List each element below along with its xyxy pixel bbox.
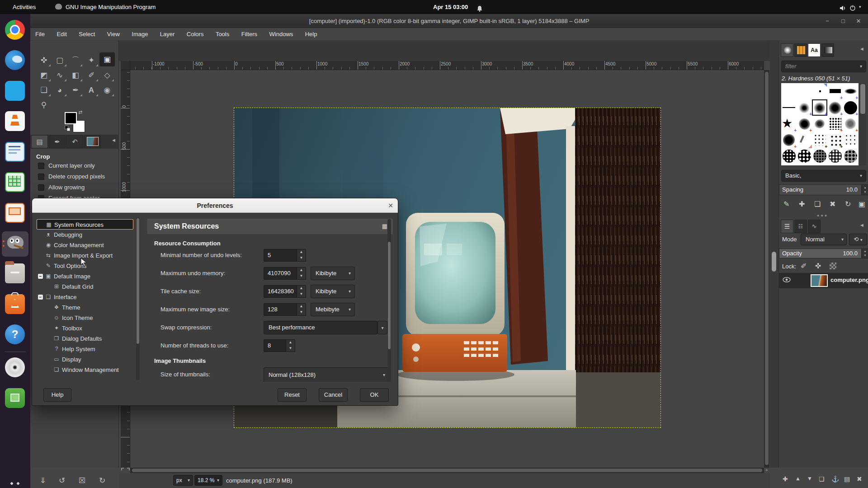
lock-pixels-icon[interactable]: ✐ bbox=[801, 262, 807, 270]
horizontal-ruler[interactable]: -1000 -500 0 500 1000 1500 2000 2500 300… bbox=[130, 61, 764, 70]
brush-thumb[interactable]: + bbox=[827, 99, 843, 116]
show-applications-button[interactable] bbox=[8, 479, 23, 488]
refresh-brushes-icon[interactable]: ↻ bbox=[845, 200, 851, 208]
spacing-spinner[interactable]: ▴ ▾ bbox=[862, 184, 868, 195]
brush-thumb[interactable] bbox=[781, 148, 797, 164]
dock-item-disc[interactable] bbox=[4, 357, 26, 379]
reset-tool-icon[interactable]: ↻ bbox=[99, 476, 105, 485]
merge-layer-icon[interactable]: ▤ bbox=[844, 475, 850, 483]
anchor-layer-icon[interactable]: ⚓ bbox=[831, 475, 839, 483]
menu-filters[interactable]: Filters bbox=[236, 28, 262, 40]
delete-brush-icon[interactable]: ✖ bbox=[830, 200, 835, 208]
dock-item-help[interactable]: ? bbox=[4, 324, 26, 346]
swap-compression-chevron-button[interactable]: ▾ bbox=[377, 321, 387, 334]
brush-thumb[interactable] bbox=[797, 132, 812, 148]
swap-compression-select[interactable]: Best performance bbox=[264, 321, 377, 334]
sidebar-item-icon-theme[interactable]: ☺Icon Theme bbox=[37, 313, 133, 323]
unit-select[interactable]: px ▾ bbox=[173, 475, 193, 486]
menu-help[interactable]: Help bbox=[300, 28, 322, 40]
layer-visible-eye-icon[interactable] bbox=[783, 277, 791, 285]
opacity-slider[interactable]: Opacity 100.0 bbox=[779, 249, 862, 258]
tabstrip-menu-icon[interactable]: ◄ bbox=[111, 137, 116, 143]
open-brush-icon[interactable]: ▣ bbox=[859, 200, 865, 208]
mode-group-switch-button[interactable]: ⟲ ▾ bbox=[849, 234, 867, 245]
lock-position-icon[interactable]: ✜ bbox=[815, 262, 821, 270]
opacity-spinner[interactable]: ▴ ▾ bbox=[862, 249, 868, 258]
brush-thumb[interactable] bbox=[827, 148, 843, 164]
volume-icon[interactable] bbox=[839, 0, 846, 14]
dock-item-libreoffice-impress[interactable] bbox=[4, 202, 26, 224]
tab-device-status[interactable]: ✒ bbox=[49, 135, 66, 148]
maximize-button[interactable]: □ bbox=[836, 14, 850, 28]
undo-memory-unit-select[interactable]: Kibibyte▾ bbox=[311, 267, 355, 280]
tool-fuzzy-select[interactable]: ✦ bbox=[84, 53, 99, 67]
undo-levels-input[interactable]: 5 bbox=[264, 249, 297, 262]
undo-levels-spin-buttons[interactable]: ▲▼ bbox=[297, 249, 306, 262]
brush-tag-select[interactable]: Basic, ▾ bbox=[781, 170, 866, 182]
brush-thumb[interactable]: + bbox=[827, 83, 843, 99]
tile-cache-input[interactable]: 16428360 bbox=[264, 285, 297, 298]
tab-paths[interactable]: ∿ bbox=[808, 220, 821, 233]
dialog-title-bar[interactable]: Preferences ✕ bbox=[32, 198, 398, 213]
tool-text[interactable]: A bbox=[84, 83, 99, 97]
menu-file[interactable]: File bbox=[30, 28, 50, 40]
menu-view[interactable]: View bbox=[102, 28, 125, 40]
checkbox-current-layer-only[interactable] bbox=[38, 163, 44, 169]
brush-thumb[interactable]: + bbox=[797, 116, 812, 132]
tool-move[interactable]: ✜ bbox=[36, 53, 52, 67]
brush-thumb[interactable] bbox=[812, 148, 827, 164]
power-icon[interactable] bbox=[849, 0, 856, 14]
tool-clone[interactable]: ❏ bbox=[36, 83, 52, 97]
layers-dock-menu-icon[interactable]: ◄ bbox=[859, 222, 864, 228]
max-image-size-input[interactable]: 128 bbox=[264, 303, 297, 316]
brush-thumb[interactable]: + bbox=[843, 83, 858, 99]
tab-undo-history[interactable]: ↶ bbox=[66, 135, 83, 148]
brush-dock-menu-icon[interactable]: ◄ bbox=[859, 46, 864, 52]
content-scrollbar[interactable] bbox=[387, 219, 391, 382]
duplicate-layer-icon[interactable]: ❏ bbox=[819, 475, 825, 483]
expander-icon[interactable]: − bbox=[38, 274, 43, 279]
tool-shear[interactable]: ◩ bbox=[36, 68, 52, 82]
dock-item-chrome[interactable] bbox=[4, 19, 26, 41]
sidebar-item-dialog-defaults[interactable]: ❒Dialog Defaults bbox=[37, 333, 133, 344]
tool-bucket-fill[interactable]: ◧ bbox=[68, 68, 83, 82]
sidebar-item-interface[interactable]: − ❑Interface bbox=[37, 292, 133, 302]
tab-image-thumbnail[interactable] bbox=[84, 135, 101, 148]
tool-paintbrush[interactable]: ✐ bbox=[84, 68, 99, 82]
brush-thumb[interactable]: + bbox=[781, 132, 797, 148]
tab-layers[interactable]: ☰ bbox=[781, 220, 793, 233]
new-layer-icon[interactable]: ✚ bbox=[783, 475, 788, 483]
sidebar-item-window-management[interactable]: ❏Window Management bbox=[37, 365, 133, 375]
edit-brush-icon[interactable]: ✎ bbox=[783, 200, 789, 208]
brush-thumb[interactable] bbox=[843, 132, 858, 148]
tool-crop-active[interactable]: ▣ bbox=[99, 52, 115, 66]
dock-item-thunderbird[interactable] bbox=[4, 49, 26, 71]
max-image-size-unit-select[interactable]: Mebibyte▾ bbox=[311, 303, 355, 316]
brush-grid[interactable]: + + + + + + ★+ + + + + + + bbox=[781, 83, 859, 165]
new-brush-icon[interactable]: ✚ bbox=[799, 200, 805, 208]
help-button[interactable]: Help bbox=[43, 388, 71, 402]
section-header-icon[interactable]: ▦ bbox=[382, 219, 387, 234]
sidebar-item-system-resources[interactable]: ▦System Resources bbox=[37, 219, 133, 230]
brush-thumb[interactable] bbox=[797, 83, 812, 99]
mode-select[interactable]: Normal ▾ bbox=[801, 234, 847, 245]
tool-eraser[interactable]: ◇ bbox=[99, 68, 115, 82]
brush-thumb[interactable] bbox=[843, 148, 858, 164]
tab-gradients[interactable] bbox=[821, 43, 834, 57]
checkbox-allow-growing[interactable] bbox=[38, 184, 44, 191]
brush-thumb[interactable] bbox=[781, 83, 797, 99]
cancel-button[interactable]: Cancel bbox=[319, 388, 348, 402]
sidebar-item-default-grid[interactable]: ⊞Default Grid bbox=[37, 282, 133, 292]
brush-thumb[interactable]: + bbox=[843, 116, 858, 132]
sidebar-item-theme[interactable]: ❖Theme bbox=[37, 302, 133, 313]
tool-free-select[interactable]: ⌒ bbox=[68, 53, 83, 67]
restore-tool-preset-icon[interactable]: ↺ bbox=[59, 476, 65, 485]
menu-tools[interactable]: Tools bbox=[211, 28, 234, 40]
bell-icon[interactable] bbox=[476, 0, 483, 14]
undo-memory-spin-buttons[interactable]: ▲▼ bbox=[297, 267, 306, 280]
tile-cache-spin-buttons[interactable]: ▲▼ bbox=[297, 285, 306, 298]
tab-channels[interactable]: ☷ bbox=[794, 220, 807, 233]
canvas-vertical-scrollbar[interactable] bbox=[764, 70, 769, 468]
menu-windows[interactable]: Windows bbox=[264, 28, 298, 40]
threads-spin-buttons[interactable]: ▲▼ bbox=[286, 339, 295, 352]
